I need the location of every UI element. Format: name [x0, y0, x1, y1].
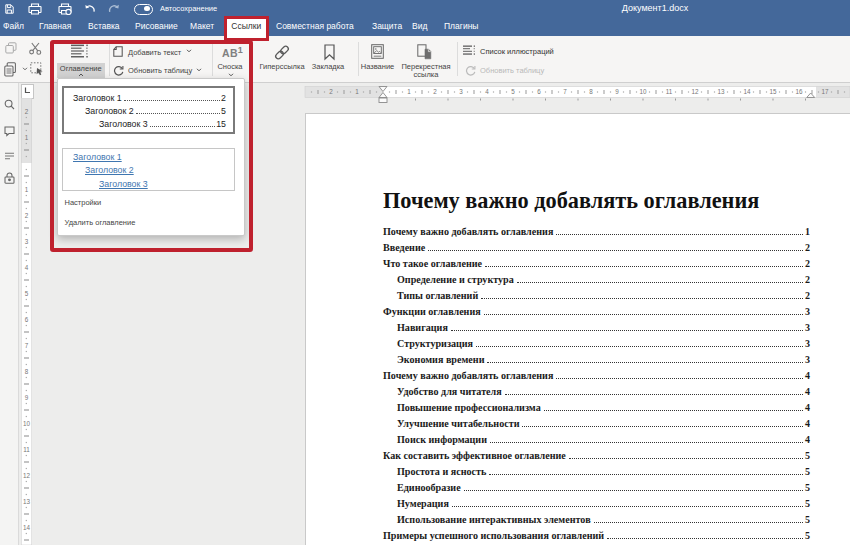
svg-text:1: 1: [25, 186, 29, 193]
svg-text:4: 4: [485, 88, 489, 95]
svg-text:10: 10: [639, 88, 647, 95]
svg-text:8: 8: [589, 88, 593, 95]
svg-text:2: 2: [25, 212, 29, 219]
svg-text:2: 2: [329, 88, 333, 95]
svg-text:13: 13: [717, 88, 725, 95]
svg-text:2: 2: [25, 108, 29, 115]
svg-text:12: 12: [23, 472, 31, 479]
svg-text:1: 1: [355, 88, 359, 95]
svg-text:11: 11: [666, 88, 673, 95]
svg-text:7: 7: [563, 88, 567, 95]
svg-text:12: 12: [691, 88, 699, 95]
svg-text:6: 6: [537, 88, 541, 95]
svg-text:11: 11: [23, 446, 30, 453]
svg-text:8: 8: [25, 368, 29, 375]
svg-text:16: 16: [795, 88, 803, 95]
svg-text:14: 14: [743, 88, 751, 95]
svg-text:3: 3: [459, 88, 463, 95]
svg-text:17: 17: [821, 88, 829, 95]
svg-text:1: 1: [407, 88, 411, 95]
svg-text:15: 15: [769, 88, 777, 95]
svg-text:9: 9: [25, 394, 29, 401]
svg-text:3: 3: [25, 238, 29, 245]
svg-text:7: 7: [25, 342, 29, 349]
svg-text:14: 14: [23, 524, 31, 531]
svg-text:5: 5: [25, 290, 29, 297]
svg-text:2: 2: [433, 88, 437, 95]
svg-text:4: 4: [25, 264, 29, 271]
svg-text:1: 1: [25, 134, 29, 141]
svg-text:9: 9: [615, 88, 619, 95]
svg-text:13: 13: [23, 498, 31, 505]
svg-text:10: 10: [23, 420, 31, 427]
svg-text:6: 6: [25, 316, 29, 323]
svg-text:5: 5: [511, 88, 515, 95]
